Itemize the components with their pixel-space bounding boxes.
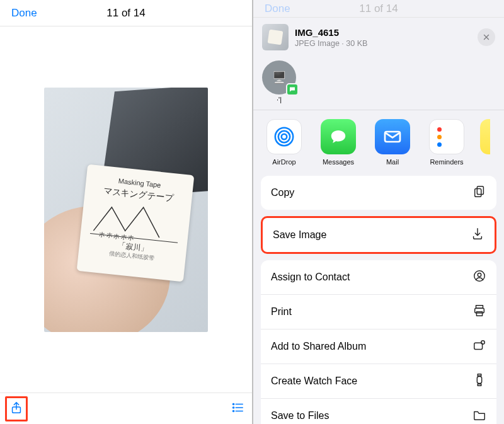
svg-rect-24 xyxy=(477,377,481,384)
action-watch-face[interactable]: Create Watch Face xyxy=(261,364,496,398)
photo-viewer-pane: Done 11 of 14 Masking Tape マスキングテープ 朩 朩 … xyxy=(0,0,252,424)
app-mail[interactable]: Mail xyxy=(372,119,413,166)
contact-suggestion[interactable]: 🖥️ ·'| xyxy=(262,60,296,103)
action-label: Add to Shared Album xyxy=(271,341,366,352)
action-print[interactable]: Print xyxy=(261,294,496,329)
print-icon xyxy=(472,304,486,320)
contact-icon xyxy=(472,269,486,285)
app-label: Mail xyxy=(372,158,413,166)
file-meta: IMG_4615 JPEG Image · 30 KB xyxy=(295,27,478,48)
messages-badge-icon xyxy=(286,83,299,96)
mail-icon xyxy=(382,127,403,147)
list-icon xyxy=(231,401,244,415)
copy-card: Copy xyxy=(261,176,496,210)
action-label: Save to Files xyxy=(271,410,329,421)
file-thumbnail xyxy=(262,24,289,50)
app-label: Reminders xyxy=(426,158,467,166)
svg-point-5 xyxy=(232,410,234,411)
svg-point-4 xyxy=(232,406,234,408)
copy-icon xyxy=(472,185,486,201)
app-reminders[interactable]: Reminders xyxy=(426,119,467,166)
behind-counter: 11 of 14 xyxy=(359,3,398,15)
folder-icon xyxy=(472,408,486,424)
svg-rect-15 xyxy=(477,186,483,195)
app-messages[interactable]: Messages xyxy=(318,119,359,166)
behind-done: Done xyxy=(265,3,290,15)
svg-rect-26 xyxy=(478,384,481,386)
shared-album-icon xyxy=(472,338,486,355)
svg-rect-21 xyxy=(476,312,482,316)
mountain-art-icon: 朩 朩 朩 朩 朩 xyxy=(89,199,181,246)
photo-preview[interactable]: Masking Tape マスキングテープ 朩 朩 朩 朩 朩 「寂川」 偿的恋… xyxy=(44,88,208,332)
done-button[interactable]: Done xyxy=(11,7,37,20)
svg-rect-22 xyxy=(474,343,483,349)
actions-area: Copy Save Image Assign to Contact xyxy=(253,171,504,424)
action-label: Save Image xyxy=(273,229,326,241)
app-label: AirDrop xyxy=(263,158,305,166)
contact-name: ·'| xyxy=(262,96,296,103)
save-image-card: Save Image xyxy=(261,216,496,254)
file-name: IMG_4615 xyxy=(295,27,478,38)
action-label: Copy xyxy=(271,187,294,198)
action-label: Print xyxy=(271,306,292,318)
app-airdrop[interactable]: AirDrop xyxy=(263,119,305,166)
messages-icon xyxy=(329,127,348,146)
file-subtitle: JPEG Image · 30 KB xyxy=(295,39,478,48)
share-icon xyxy=(9,401,23,415)
behind-header: Done 11 of 14 xyxy=(253,0,504,18)
share-button[interactable] xyxy=(5,396,28,421)
action-shared-album[interactable]: Add to Shared Album xyxy=(261,329,496,364)
suggested-contacts: 🖥️ ·'| xyxy=(253,60,504,110)
action-assign-contact[interactable]: Assign to Contact xyxy=(261,260,496,294)
action-copy[interactable]: Copy xyxy=(261,176,496,210)
close-icon xyxy=(482,33,491,42)
svg-rect-25 xyxy=(478,374,481,376)
action-save-image[interactable]: Save Image xyxy=(263,218,495,252)
svg-rect-16 xyxy=(475,188,481,197)
airdrop-icon xyxy=(273,126,295,147)
svg-point-18 xyxy=(478,273,481,277)
svg-point-3 xyxy=(232,403,234,404)
action-save-files[interactable]: Save to Files xyxy=(261,398,496,424)
app-label: Messages xyxy=(318,158,359,166)
left-toolbar xyxy=(0,392,252,424)
file-info-row: IMG_4615 JPEG Image · 30 KB xyxy=(253,18,504,60)
contact-initials: 🖥️ xyxy=(272,71,286,84)
svg-point-23 xyxy=(481,341,485,345)
action-label: Create Watch Face xyxy=(271,375,357,387)
svg-point-12 xyxy=(278,131,290,142)
photo-counter: 11 of 14 xyxy=(106,7,145,20)
notes-icon xyxy=(480,119,490,154)
photo-area[interactable]: Masking Tape マスキングテープ 朩 朩 朩 朩 朩 「寂川」 偿的恋… xyxy=(0,26,252,392)
share-sheet-pane: Done 11 of 14 IMG_4615 JPEG Image · 30 K… xyxy=(252,0,504,424)
action-label: Assign to Contact xyxy=(271,272,350,283)
list-button[interactable] xyxy=(228,398,247,420)
watch-icon xyxy=(472,373,486,389)
svg-point-11 xyxy=(282,134,287,140)
left-header: Done 11 of 14 xyxy=(0,0,252,26)
app-notes-peek[interactable] xyxy=(480,119,490,166)
close-button[interactable] xyxy=(478,28,495,46)
actions-list-card: Assign to Contact Print Add to Shared Al… xyxy=(261,260,496,424)
share-apps-row[interactable]: AirDrop Messages Mail Reminders xyxy=(253,110,504,171)
download-icon xyxy=(471,227,484,243)
